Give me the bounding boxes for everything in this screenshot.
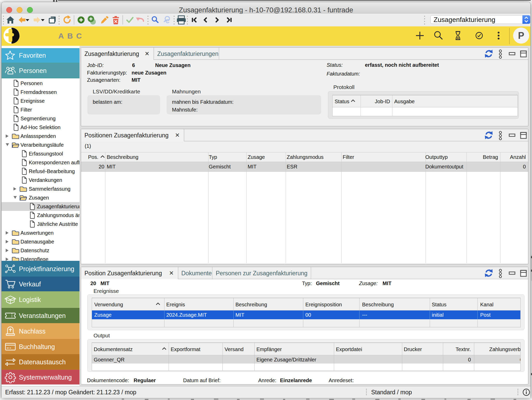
svg-text:P: P (518, 30, 524, 41)
